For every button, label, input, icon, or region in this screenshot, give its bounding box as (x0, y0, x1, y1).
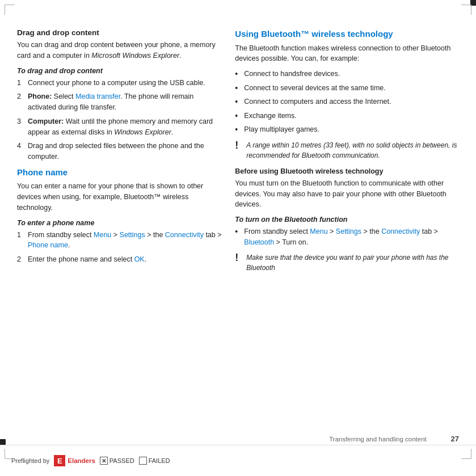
phone-step-num-2: 2 (17, 254, 25, 265)
bullet-text-2: Connect to several devices at the same t… (244, 83, 385, 94)
page-footer: Transferring and handling content 27 (329, 435, 459, 443)
bluetooth-body: The Bluetooth function makes wireless co… (235, 43, 459, 65)
phone-step-num-1: 1 (17, 230, 25, 251)
before-bluetooth-heading: Before using Bluetooth wireless technolo… (235, 167, 459, 175)
before-bluetooth-body: You must turn on the Bluetooth function … (235, 178, 459, 210)
elanders-name: Elanders (68, 457, 95, 464)
phone-name-heading: Phone name (17, 167, 224, 178)
bluetooth-note: ! A range within 10 metres (33 feet), wi… (235, 140, 459, 161)
failed-checkbox (139, 457, 147, 465)
content-area: Drag and drop content You can drag and d… (17, 17, 459, 445)
step-text-2: Phone: Select Media transfer. The phone … (28, 91, 224, 113)
corner-decoration-bl (0, 439, 6, 445)
phone-name-step-2: 2 Enter the phone name and select OK. (17, 254, 224, 265)
bullet-dot-3: • (235, 96, 241, 108)
step-num-3: 3 (17, 116, 25, 138)
note-icon-1: ! (235, 140, 243, 161)
step-text-3: Computer: Wait until the phone memory an… (28, 116, 224, 138)
turn-on-bullet: • (235, 226, 241, 248)
passed-label: PASSED (109, 457, 134, 464)
footer-bar: Preflighted by E Elanders ✕ PASSED FAILE… (0, 445, 476, 476)
passed-indicator: ✕ PASSED (100, 457, 134, 465)
turn-on-step-1: • From standby select Menu > Settings > … (235, 226, 459, 248)
step-num-4: 4 (17, 141, 25, 162)
left-column: Drag and drop content You can drag and d… (17, 17, 224, 445)
bullet-item-3: • Connect to computers and access the In… (235, 96, 459, 108)
elanders-e-icon: E (54, 455, 65, 466)
step-num-2: 2 (17, 91, 25, 113)
drag-drop-step-3: 3 Computer: Wait until the phone memory … (17, 116, 224, 138)
turn-on-heading: To turn on the Bluetooth function (235, 216, 459, 224)
phone-step-text-1: From standby select Menu > Settings > th… (28, 230, 224, 251)
turn-on-text: From standby select Menu > Settings > th… (244, 226, 459, 248)
make-sure-note: ! Make sure that the device you want to … (235, 252, 459, 273)
bullet-item-4: • Exchange items. (235, 111, 459, 122)
note-text-2: Make sure that the device you want to pa… (246, 252, 459, 273)
footer-left: Preflighted by E Elanders ✕ PASSED FAILE… (11, 455, 170, 466)
page-container: Drag and drop content You can drag and d… (0, 0, 476, 476)
passed-checkbox: ✕ (100, 457, 108, 465)
note-icon-2: ! (235, 252, 243, 273)
bullet-text-4: Exchange items. (244, 111, 296, 122)
right-column: Using Bluetooth™ wireless technology The… (235, 17, 459, 445)
drag-drop-steps: 1 Connect your phone to a computer using… (17, 78, 224, 162)
drag-drop-step-1: 1 Connect your phone to a computer using… (17, 78, 224, 89)
bluetooth-heading: Using Bluetooth™ wireless technology (235, 28, 459, 40)
step-num-1: 1 (17, 78, 25, 89)
bullet-item-1: • Connect to handsfree devices. (235, 69, 459, 80)
corner-mark-tr (461, 5, 471, 15)
failed-indicator: FAILED (139, 457, 170, 465)
phone-step-text-2: Enter the phone name and select OK. (28, 254, 146, 265)
note-text-1: A range within 10 metres (33 feet), with… (246, 140, 459, 161)
bluetooth-bullet-list: • Connect to handsfree devices. • Connec… (235, 69, 459, 136)
drag-drop-step-4: 4 Drag and drop selected files between t… (17, 141, 224, 162)
drag-drop-body: You can drag and drop content between yo… (17, 40, 224, 61)
bullet-dot-2: • (235, 83, 241, 94)
step-text-4: Drag and drop selected files between the… (28, 141, 224, 162)
corner-mark-tl (5, 5, 15, 15)
phone-name-body: You can enter a name for your phone that… (17, 181, 224, 213)
drag-drop-heading: Drag and drop content (17, 28, 224, 37)
bullet-item-2: • Connect to several devices at the same… (235, 83, 459, 94)
bullet-text-3: Connect to computers and access the Inte… (244, 96, 391, 108)
preflighted-label: Preflighted by (11, 457, 49, 464)
bullet-text-5: Play multiplayer games. (244, 124, 319, 136)
drag-drop-subheading: To drag and drop content (17, 67, 224, 75)
phone-name-steps: 1 From standby select Menu > Settings > … (17, 230, 224, 265)
phone-name-step-1: 1 From standby select Menu > Settings > … (17, 230, 224, 251)
drag-drop-step-2: 2 Phone: Select Media transfer. The phon… (17, 91, 224, 113)
bullet-dot-1: • (235, 69, 241, 80)
turn-on-steps: • From standby select Menu > Settings > … (235, 226, 459, 248)
failed-label: FAILED (149, 457, 170, 464)
step-text-1: Connect your phone to a computer using t… (28, 78, 205, 89)
bullet-text-1: Connect to handsfree devices. (244, 69, 340, 80)
elanders-logo: E Elanders (54, 455, 95, 466)
drag-drop-body-end: . (179, 52, 181, 60)
page-number: 27 (451, 435, 459, 443)
bullet-item-5: • Play multiplayer games. (235, 124, 459, 136)
bullet-dot-4: • (235, 111, 241, 122)
footer-section-text: Transferring and handling content (329, 436, 427, 443)
bullet-dot-5: • (235, 124, 241, 136)
drag-drop-italic: Microsoft Windows Explorer (91, 52, 179, 60)
phone-name-subheading: To enter a phone name (17, 219, 224, 227)
